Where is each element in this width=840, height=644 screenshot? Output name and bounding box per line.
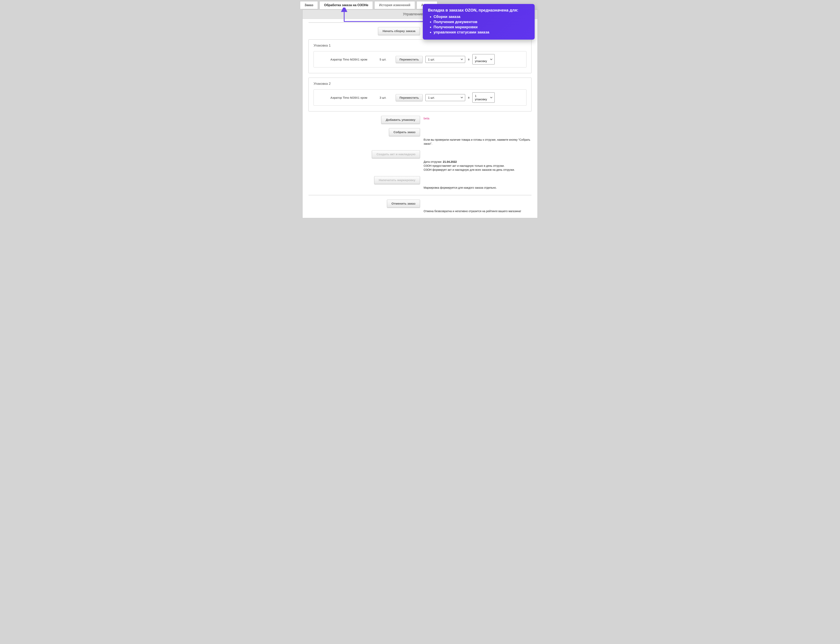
collect-hint: Если вы проверили наличие товара и готов…: [424, 137, 531, 146]
item-name: Аэратор Timo M28X1 хром: [319, 96, 370, 99]
move-qty-select[interactable]: 1 шт.: [426, 94, 465, 101]
callout-title: Вкладка в заказах OZON, предназначена дл…: [428, 8, 529, 13]
labels-note: Маркировка формируется для каждого заказ…: [424, 185, 531, 190]
chevron-down-icon: [460, 96, 463, 98]
cancel-note: Отмена безвозвратна и негативно отразитс…: [424, 209, 531, 213]
item-qty: 3 шт.: [373, 96, 393, 99]
move-separator: в: [468, 58, 469, 61]
create-act-button[interactable]: Создать акт и накладную: [372, 150, 420, 158]
add-package-button[interactable]: Добавить упаковку: [381, 116, 420, 124]
package-box: Упаковка 1 Аэратор Timo M28X1 хром 5 шт.…: [309, 39, 531, 73]
package-item-row: Аэратор Timo M28X1 хром 5 шт. Переместит…: [314, 51, 526, 67]
start-assembly-button[interactable]: Начать сборку заказа: [378, 27, 420, 35]
ship-date-label: Дата отгрузки:: [424, 160, 443, 163]
tab-history[interactable]: История изменений: [375, 1, 415, 9]
act-note-1: ОЗОН предоставляет акт и накладную тольк…: [424, 164, 505, 168]
ship-date: 21.04.2022: [443, 160, 457, 163]
act-info: Дата отгрузки: 21.04.2022 ОЗОН предостав…: [424, 159, 531, 172]
order-management-panel: Управление заказом Начать сборку заказа …: [302, 10, 538, 218]
move-dest-select[interactable]: 1 упаковку: [472, 92, 495, 103]
package-item-row: Аэратор Timo M28X1 хром 3 шт. Переместит…: [314, 89, 526, 106]
callout-list: Сборки заказа Получения документов Получ…: [428, 15, 529, 34]
item-name: Аэратор Timo M28X1 хром: [319, 58, 370, 61]
chevron-down-icon: [490, 96, 492, 98]
print-labels-button[interactable]: Напечатать маркировку: [374, 176, 420, 184]
move-button[interactable]: Переместить: [396, 56, 422, 63]
collect-order-button[interactable]: Собрать заказ: [389, 128, 420, 136]
move-qty-select[interactable]: 1 шт.: [426, 56, 465, 63]
package-title: Упаковка 1: [314, 44, 526, 48]
move-separator: в: [468, 96, 469, 99]
tab-ozon-processing[interactable]: Обработка заказа на ОЗОНе: [319, 1, 373, 9]
tab-order[interactable]: Заказ: [300, 1, 318, 9]
item-qty: 5 шт.: [373, 58, 393, 61]
package-title: Упаковка 2: [314, 82, 526, 86]
move-button[interactable]: Переместить: [396, 94, 422, 101]
info-callout: Вкладка в заказах OZON, предназначена дл…: [423, 4, 535, 39]
move-dest-select[interactable]: 2 упаковку: [472, 54, 495, 64]
cancel-order-button[interactable]: Отменить заказ: [387, 200, 420, 207]
package-box: Упаковка 2 Аэратор Timo M28X1 хром 3 шт.…: [309, 77, 531, 112]
act-note-2: ОЗОН формирует акт и накладную для всех …: [424, 168, 515, 171]
chevron-down-icon: [460, 58, 463, 60]
chevron-down-icon: [490, 58, 492, 60]
beta-badge: beta: [424, 117, 429, 120]
